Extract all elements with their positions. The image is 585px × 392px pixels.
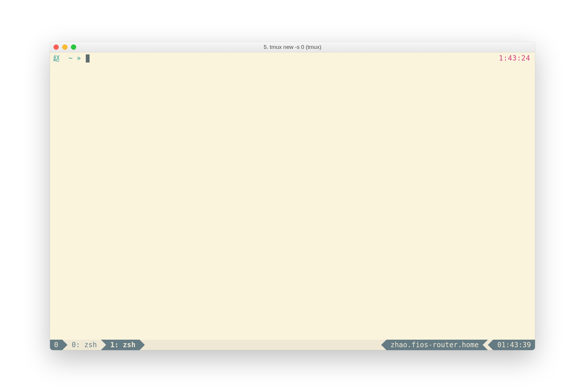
prompt-path: ~ [68, 54, 72, 63]
window-index: 1 [110, 341, 114, 349]
chevron-right-icon [140, 340, 145, 350]
terminal-window: 5. tmux new -s 0 (tmux) 赵 ~ » 1:43:24 0 … [50, 42, 535, 350]
chevron-right-icon [62, 340, 67, 350]
maximize-button[interactable] [71, 44, 76, 50]
prompt-line: 赵 ~ » 1:43:24 [53, 54, 532, 63]
session-name: 0 [54, 341, 58, 349]
prompt-right-time: 1:43:24 [499, 54, 532, 63]
host-segment: zhao.fios-router.home [386, 340, 483, 350]
prompt-user-glyph: 赵 [53, 54, 60, 63]
close-button[interactable] [53, 44, 59, 50]
window-name: zsh [123, 341, 135, 349]
window-tab-0[interactable]: 0: zsh [67, 340, 101, 350]
status-right: zhao.fios-router.home 01:43:39 [381, 340, 535, 350]
titlebar: 5. tmux new -s 0 (tmux) [50, 42, 535, 52]
cursor [86, 54, 90, 63]
status-left: 0 0: zsh 1: zsh [50, 340, 145, 350]
window-name: zsh [84, 341, 97, 349]
window-tab-1[interactable]: 1: zsh [106, 340, 140, 350]
terminal-pane[interactable]: 赵 ~ » 1:43:24 [50, 52, 535, 340]
window-title: 5. tmux new -s 0 (tmux) [50, 44, 535, 50]
minimize-button[interactable] [62, 44, 67, 50]
chevron-left-icon [488, 340, 493, 350]
session-segment[interactable]: 0 [50, 340, 62, 350]
clock-segment: 01:43:39 [493, 340, 535, 350]
prompt-left: 赵 ~ » [53, 54, 90, 63]
hostname: zhao.fios-router.home [390, 341, 479, 349]
tmux-status-bar: 0 0: zsh 1: zsh zhao.fios-router.home 01… [50, 340, 535, 350]
clock: 01:43:39 [497, 341, 531, 349]
window-index: 0 [72, 341, 76, 349]
prompt-arrow: » [77, 54, 81, 63]
chevron-left-icon [381, 340, 386, 350]
chevron-right-icon [101, 340, 106, 350]
chevron-left-icon [483, 340, 488, 350]
traffic-lights [53, 44, 76, 50]
